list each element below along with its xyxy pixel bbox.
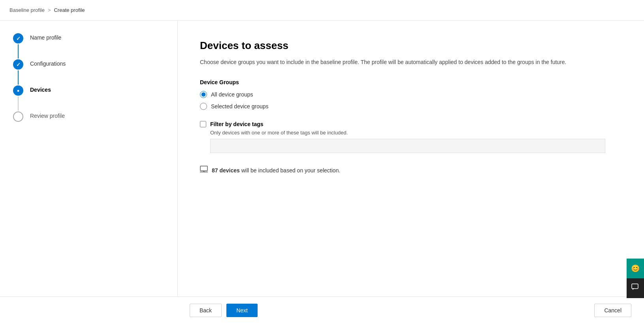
radio-label-selected: Selected device groups: [211, 103, 269, 110]
feedback-icon: 😊: [631, 264, 640, 273]
devices-count-suffix-text: will be included based on your selection…: [241, 167, 341, 174]
filter-by-tags-section: Filter by device tags Only devices with …: [200, 121, 622, 153]
footer: Back Next Cancel: [0, 297, 644, 323]
radio-input-all[interactable]: [200, 91, 207, 98]
step-list: Name profile Configurations ●: [13, 33, 165, 122]
breadcrumb-current: Create profile: [54, 7, 85, 13]
step-connector-configurations: [13, 59, 24, 85]
filter-by-tags-label: Filter by device tags: [210, 121, 264, 127]
step-connector-review-profile: [13, 111, 24, 122]
right-panel: 😊: [627, 259, 644, 298]
breadcrumb-separator: >: [48, 7, 51, 13]
svg-rect-3: [632, 284, 638, 289]
chat-icon: [631, 283, 639, 293]
breadcrumb: Baseline profile > Create profile: [0, 0, 644, 21]
step-circle-name-profile: [13, 33, 23, 43]
step-item-devices: ● Devices: [13, 85, 165, 111]
right-panel-top-button[interactable]: 😊: [627, 259, 644, 278]
radio-label-all: All device groups: [211, 91, 253, 98]
step-label-review-profile: Review profile: [30, 111, 65, 119]
step-circle-review-profile: [13, 111, 23, 122]
step-item-name-profile: Name profile: [13, 33, 165, 59]
page-description: Choose device groups you want to include…: [200, 58, 595, 66]
filter-by-tags-hint: Only devices with one or more of these t…: [210, 130, 622, 136]
step-label-devices: Devices: [30, 85, 51, 93]
device-groups-label: Device Groups: [200, 79, 622, 85]
breadcrumb-parent[interactable]: Baseline profile: [9, 7, 45, 13]
svg-rect-0: [200, 166, 207, 171]
step-label-configurations: Configurations: [30, 59, 66, 67]
right-panel-bottom-button[interactable]: [627, 278, 644, 298]
devices-count-text: 87 devices will be included based on you…: [212, 167, 340, 174]
radio-input-selected[interactable]: [200, 103, 207, 110]
main-layout: Name profile Configurations ●: [0, 21, 644, 297]
devices-icon: [200, 166, 208, 175]
step-connector-devices: ●: [13, 85, 24, 111]
radio-all-device-groups[interactable]: All device groups: [200, 91, 622, 98]
next-button[interactable]: Next: [226, 304, 258, 317]
step-line-after-name-profile: [18, 44, 19, 59]
back-button[interactable]: Back: [190, 304, 222, 317]
main-content: Devices to assess Choose device groups y…: [178, 21, 644, 297]
checkmark-icon: [16, 36, 21, 42]
step-item-configurations: Configurations: [13, 59, 165, 85]
step-connector-name-profile: [13, 33, 24, 59]
step-line-after-devices: [18, 96, 19, 111]
step-line-after-configurations: [18, 70, 19, 85]
sidebar: Name profile Configurations ●: [0, 21, 178, 297]
filter-by-tags-checkbox-item: Filter by device tags: [200, 121, 622, 127]
radio-selected-device-groups[interactable]: Selected device groups: [200, 103, 622, 110]
cancel-button[interactable]: Cancel: [594, 304, 631, 317]
device-groups-radio-group: All device groups Selected device groups: [200, 91, 622, 110]
tag-input-area[interactable]: [210, 139, 605, 153]
devices-count-row: 87 devices will be included based on you…: [200, 166, 622, 175]
devices-count-number: 87 devices: [212, 167, 240, 174]
step-number-devices: ●: [17, 88, 20, 93]
step-circle-configurations: [13, 59, 23, 70]
step-label-name-profile: Name profile: [30, 33, 61, 41]
step-item-review-profile: Review profile: [13, 111, 165, 122]
step-circle-devices: ●: [13, 85, 23, 96]
page-title: Devices to assess: [200, 40, 622, 52]
checkmark-icon-2: [16, 62, 21, 68]
filter-by-tags-checkbox[interactable]: [200, 121, 206, 127]
